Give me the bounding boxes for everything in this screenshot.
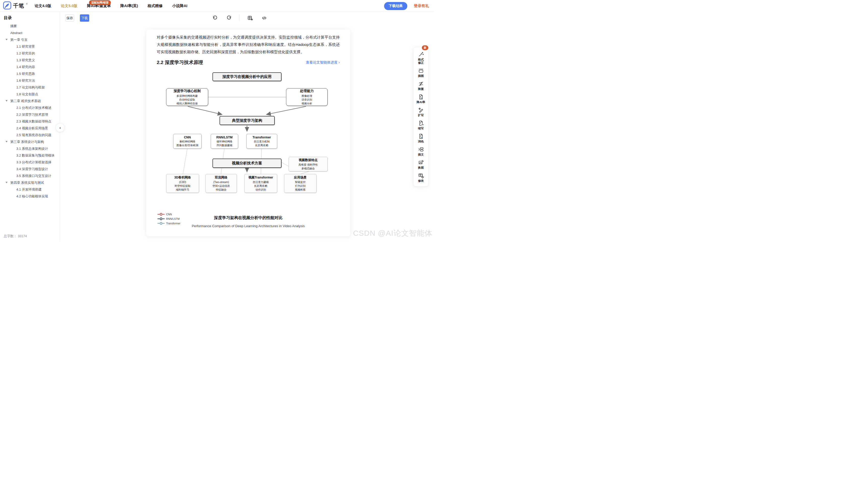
format-fix-icon bbox=[418, 52, 424, 57]
condense-writing-icon bbox=[418, 120, 424, 126]
nav-item-paper-5[interactable]: 论文5.0版 bbox=[61, 3, 78, 8]
insert-table-icon[interactable] bbox=[246, 14, 254, 22]
toc-item-16[interactable]: 2.5 现有系统存在的问题 bbox=[0, 131, 60, 139]
tool-expand-writing[interactable]: 扩写 bbox=[413, 105, 428, 119]
toc-item-8[interactable]: 1.6 研究方法 bbox=[0, 77, 60, 84]
sidebar-collapse-button[interactable]: ‹ bbox=[56, 123, 64, 132]
tool-replace-image[interactable]: 换图 bbox=[413, 158, 428, 171]
tool-insert-text[interactable]: 插文 bbox=[413, 145, 428, 158]
toc-item-12[interactable]: 2.1 分布式计算技术概述 bbox=[0, 104, 60, 111]
toc-item-18[interactable]: 3.1 系统总体架构设计 bbox=[0, 145, 60, 152]
toc-item-10[interactable]: 1.8 论文创新点 bbox=[0, 91, 60, 97]
toc-item-label: 3.4 深度学习模型设计 bbox=[17, 167, 48, 171]
tool-label: 修表 bbox=[418, 179, 424, 182]
toolbar-icons bbox=[211, 14, 268, 22]
toc-item-15[interactable]: 2.4 视频分析应用场景 bbox=[0, 125, 60, 131]
chevron-down-icon[interactable] bbox=[5, 141, 7, 143]
diagram-node-line: 空间+运动信息 bbox=[213, 184, 230, 188]
toc-item-22[interactable]: 3.5 系统接口与交互设计 bbox=[0, 173, 60, 179]
toc-item-25[interactable]: 4.2 核心功能模块实现 bbox=[0, 193, 60, 200]
main-area: 保存 下载 bbox=[60, 12, 434, 241]
toc-item-7[interactable]: 1.5 研究思路 bbox=[0, 70, 60, 77]
toc-sidebar: 目录 摘要Abstract第一章 引言1.1 研究背景1.2 研究目的1.3 研… bbox=[0, 12, 60, 241]
expand-writing-icon bbox=[418, 107, 424, 113]
tool-insert-figure[interactable]: 插图 bbox=[413, 66, 428, 80]
toc-item-1[interactable]: Abstract bbox=[0, 30, 60, 36]
code-view-icon[interactable] bbox=[260, 14, 268, 22]
save-button[interactable]: 保存 bbox=[65, 14, 74, 22]
toc-item-label: 2.2 深度学习技术原理 bbox=[17, 113, 48, 117]
document-paragraph[interactable]: 对多个摄像头采集的交通视频进行实时分析，为交通调度提供决策支持。安防监控领域，分… bbox=[157, 33, 340, 56]
tool-reduce-ai-rate[interactable]: AI降AI率 bbox=[413, 92, 428, 105]
diagram-node-line: 多层神经网络构建 bbox=[177, 94, 198, 98]
redo-icon[interactable] bbox=[225, 14, 233, 22]
agent-progress-link[interactable]: 查看论文智能体进度 › bbox=[306, 60, 340, 65]
tool-label: 润色 bbox=[418, 140, 424, 143]
toc-item-3[interactable]: 1.1 研究背景 bbox=[0, 43, 60, 50]
diagram-node-core-mechanism: 深度学习核心机制 多层神经网络构建自动特征提取模拟人脑神经连接 bbox=[166, 88, 208, 106]
diagram-node-line: 自动特征提取 bbox=[177, 98, 198, 101]
chevron-down-icon[interactable] bbox=[5, 182, 7, 183]
tool-label: 降重 bbox=[418, 88, 424, 91]
login-gift-link[interactable]: 登录有礼 bbox=[414, 3, 429, 8]
tool-condense-writing[interactable]: 缩写 bbox=[413, 119, 428, 132]
tool-polish[interactable]: AI润色 bbox=[413, 132, 428, 145]
diagram-node-line: 动作识别 bbox=[253, 188, 269, 191]
tool-format-fix[interactable]: 格式 修正 bbox=[413, 50, 428, 66]
toc-item-11[interactable]: 第二章 相关技术基础 bbox=[0, 97, 60, 104]
toc-item-label: 1.4 研究内容 bbox=[17, 65, 35, 69]
diagram-node-line: 特征融合 bbox=[213, 188, 230, 191]
toc-item-label: 摘要 bbox=[10, 24, 17, 28]
reduce-duplication-icon bbox=[418, 81, 424, 87]
toc-item-0[interactable]: 摘要 bbox=[0, 23, 60, 30]
toc-item-label: 1.2 研究目的 bbox=[17, 52, 35, 55]
toc-item-21[interactable]: 3.4 深度学习模型设计 bbox=[0, 165, 60, 173]
download-results-button[interactable]: 下载结果 bbox=[384, 2, 407, 10]
toc-item-label: 2.5 现有系统存在的问题 bbox=[17, 133, 52, 137]
nav-item-novel-reduce-ai[interactable]: 小说降AI bbox=[173, 3, 187, 8]
chevron-left-icon: ‹ bbox=[60, 125, 61, 130]
tool-label: 插文 bbox=[418, 153, 424, 156]
toc-item-2[interactable]: 第一章 引言 bbox=[0, 36, 60, 43]
undo-icon[interactable] bbox=[211, 14, 219, 22]
chart-subtitle: Performance Comparison of Deep Learning … bbox=[146, 224, 350, 228]
toc-item-13[interactable]: 2.2 深度学习技术原理 bbox=[0, 111, 60, 118]
toc-item-19[interactable]: 3.2 数据采集与预处理模块 bbox=[0, 152, 60, 159]
diagram-node-line: 自注意力机制 bbox=[254, 140, 270, 144]
toc-item-5[interactable]: 1.3 研究意义 bbox=[0, 57, 60, 63]
top-navbar: 千笔 ® 论文4.0版 论文5.0版 降AI率/重复率 降AI率(英) 格式精修… bbox=[0, 0, 434, 12]
toc-item-9[interactable]: 1.7 论文结构与框架 bbox=[0, 84, 60, 91]
tool-label: 扩写 bbox=[418, 114, 424, 117]
tool-reduce-duplication[interactable]: 降重 bbox=[413, 80, 428, 92]
tool-fix-table[interactable]: 修表 bbox=[413, 171, 428, 184]
toc-item-label: 第三章 系统设计与架构 bbox=[10, 140, 44, 144]
diagram-node-video-data-traits: 视频数据特点 高维度·强时序性多模态融合 bbox=[288, 157, 328, 172]
toc-item-4[interactable]: 1.2 研究目的 bbox=[0, 50, 60, 57]
toc-item-6[interactable]: 1.4 研究内容 bbox=[0, 63, 60, 70]
diagram-node-line: (C3D) bbox=[175, 180, 190, 184]
chevron-down-icon[interactable] bbox=[5, 39, 7, 40]
diagram-node-line: 时空特征提取 bbox=[175, 184, 190, 188]
word-count-value: 33174 bbox=[18, 234, 27, 238]
nav-item-format-refine[interactable]: 格式精修 bbox=[148, 3, 163, 8]
toc-item-label: 4.2 核心功能模块实现 bbox=[17, 194, 48, 198]
brand-logo[interactable]: 千笔 ® bbox=[3, 1, 28, 10]
toc-item-14[interactable]: 2.3 视频大数据处理特点 bbox=[0, 118, 60, 125]
diagram-node-two-stream: 双流网络 (Two-stream)空间+运动信息特征融合 bbox=[206, 174, 237, 193]
toc-item-23[interactable]: 第四章 系统实现与测试 bbox=[0, 179, 60, 186]
download-button[interactable]: 下载 bbox=[80, 14, 89, 22]
toc-title: 目录 bbox=[0, 12, 60, 22]
nav-item-reduce-ai-english[interactable]: 降AI率(英) bbox=[121, 3, 138, 8]
nav-item-paper-4[interactable]: 论文4.0版 bbox=[35, 3, 52, 8]
cnki-compat-badge: 适配知网/维普 bbox=[89, 0, 111, 5]
toc-item-17[interactable]: 第三章 系统设计与架构 bbox=[0, 139, 60, 145]
toc-item-24[interactable]: 4.1 开发环境搭建 bbox=[0, 186, 60, 193]
toc-item-label: 第一章 引言 bbox=[10, 38, 28, 41]
main-nav: 论文4.0版 论文5.0版 降AI率/重复率 降AI率(英) 格式精修 小说降A… bbox=[35, 3, 187, 8]
diagram-node-line: 端到端学习 bbox=[175, 188, 190, 191]
chevron-down-icon[interactable] bbox=[5, 100, 7, 101]
toc-item-20[interactable]: 3.3 分布式计算框架选择 bbox=[0, 159, 60, 165]
diagram-node-processing-capability: 处理能力 图像处理语音识别视频分析 bbox=[286, 88, 328, 106]
diagram-node-cnn: CNN 卷积神经网络图像分类/目标检测 bbox=[173, 134, 202, 149]
toc-item-label: Abstract bbox=[10, 31, 23, 35]
